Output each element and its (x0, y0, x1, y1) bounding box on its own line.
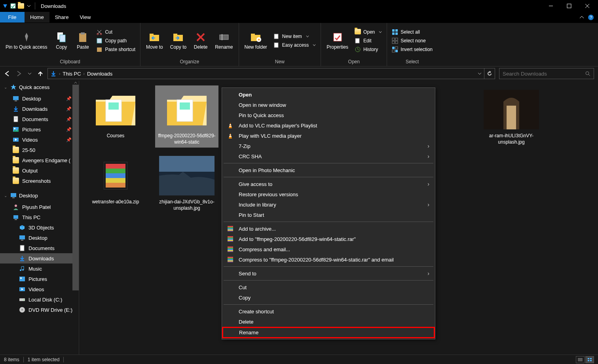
properties-icon[interactable] (9, 2, 17, 9)
refresh-button[interactable] (484, 68, 495, 79)
ribbon-collapse-icon[interactable] (579, 15, 585, 20)
sidebar-item[interactable]: Desktop (0, 233, 79, 243)
context-menu-item[interactable]: Send to› (223, 268, 434, 279)
rename-button[interactable]: Rename (213, 29, 235, 51)
context-menu-item[interactable]: Delete (223, 317, 434, 327)
context-menu-item[interactable]: Pin to Start (223, 210, 434, 220)
file-item[interactable]: Courses (84, 85, 147, 148)
paste-shortcut-button[interactable]: Paste shortcut (95, 46, 137, 53)
sidebar-item[interactable]: Local Disk (C:) (0, 294, 79, 305)
context-menu-item[interactable]: Create shortcut (223, 306, 434, 317)
sidebar-item[interactable]: DVD RW Drive (E:) (0, 305, 79, 315)
context-menu-item[interactable]: Open in new window (223, 100, 434, 110)
copy-button[interactable]: Copy (52, 29, 71, 51)
sidebar-item[interactable]: Videos📌 (0, 135, 79, 145)
sidebar-item[interactable]: 3D Objects (0, 222, 79, 233)
sidebar-item[interactable]: This PC (0, 212, 79, 222)
new-folder-button[interactable]: ✦New folder (242, 29, 270, 51)
context-menu-item[interactable]: Cut (223, 282, 434, 292)
desktop-header[interactable]: ⌄ Desktop (0, 189, 79, 202)
back-button[interactable] (4, 70, 10, 77)
file-item[interactable]: zhijian-dai-JXdVGb_8v1o-unsplash.jpg (155, 152, 218, 214)
context-menu-item[interactable]: Include in library› (223, 199, 434, 210)
recent-dropdown[interactable] (28, 72, 32, 76)
sidebar-item[interactable]: Downloads (0, 253, 79, 264)
context-menu-item[interactable]: Compress to "ffmpeg-20200220-56df829-win… (223, 254, 434, 265)
select-all-button[interactable]: Select all (390, 28, 434, 36)
context-menu-item[interactable]: Open (223, 89, 434, 100)
copy-to-button[interactable]: Copy to (168, 29, 189, 51)
invert-selection-button[interactable]: Invert selection (390, 46, 434, 53)
context-menu-item[interactable]: Rename (222, 327, 435, 338)
close-button[interactable] (578, 0, 596, 12)
file-tab[interactable]: File (0, 12, 25, 23)
view-tab[interactable]: View (74, 12, 96, 23)
edit-button[interactable]: Edit (353, 37, 383, 45)
minimize-button[interactable] (542, 0, 560, 12)
breadcrumb-pc[interactable]: This PC (63, 71, 81, 77)
details-view-button[interactable] (576, 356, 585, 363)
paste-button[interactable]: Paste (73, 29, 92, 51)
sidebar-item[interactable]: Screenshots (0, 176, 79, 186)
properties-button[interactable]: Properties (324, 29, 351, 51)
search-input[interactable] (503, 71, 585, 77)
sidebar-item[interactable]: Piyush Patel (0, 202, 79, 212)
sidebar-item[interactable]: Pictures (0, 274, 79, 284)
context-menu-item[interactable]: Give access to› (223, 179, 434, 189)
breadcrumb-loc[interactable]: Downloads (87, 71, 112, 77)
context-menu-item[interactable]: Compress and email... (223, 244, 434, 254)
file-item[interactable]: wetransfer-a0e10a.zip (84, 152, 147, 214)
cut-button[interactable]: Cut (95, 28, 137, 36)
file-thumbnail (88, 88, 143, 131)
context-menu-item[interactable]: Play with VLC media player (223, 131, 434, 141)
context-menu-label: Add to "ffmpeg-20200220-56df829-win64-st… (239, 236, 356, 242)
sidebar-item[interactable]: Music (0, 264, 79, 274)
copy-path-button[interactable]: Copy path (95, 37, 137, 45)
delete-button[interactable]: Delete (191, 29, 210, 51)
sidebar-item[interactable]: Downloads📌 (0, 104, 79, 114)
maximize-button[interactable] (560, 0, 578, 12)
open-button[interactable]: Open (353, 28, 383, 36)
home-tab[interactable]: Home (25, 12, 49, 23)
breadcrumb[interactable]: › This PC › Downloads (47, 68, 484, 79)
sidebar-item[interactable]: Avengers Endgame ( (0, 155, 79, 165)
context-menu-item[interactable]: Open in Photo Mechanic (223, 165, 434, 175)
svg-rect-33 (395, 32, 398, 35)
sidebar-item[interactable]: Documents📌 (0, 114, 79, 124)
context-menu-item[interactable]: 7-Zip› (223, 141, 434, 151)
sidebar-item[interactable]: Desktop📌 (0, 93, 79, 104)
share-tab[interactable]: Share (49, 12, 74, 23)
sidebar-item[interactable]: Output (0, 165, 79, 176)
context-menu-item[interactable]: Restore previous versions (223, 189, 434, 199)
thumbnails-view-button[interactable] (585, 356, 594, 363)
context-menu-item[interactable]: CRC SHA› (223, 151, 434, 161)
context-menu-item[interactable]: Copy (223, 292, 434, 303)
search-box[interactable] (499, 68, 594, 79)
help-icon[interactable]: ? (588, 14, 594, 21)
file-item[interactable]: ffmpeg-20200220-56df829-win64-static (155, 85, 218, 148)
context-menu-item[interactable]: Add to "ffmpeg-20200220-56df829-win64-st… (223, 234, 434, 244)
quick-access-header[interactable]: ⌄ Quick access (0, 81, 79, 93)
folder-icon[interactable] (17, 2, 25, 9)
down-arrow-icon[interactable] (2, 2, 9, 9)
history-button[interactable]: History (353, 46, 383, 53)
sidebar-item[interactable]: 25-50 (0, 145, 79, 155)
move-to-button[interactable]: Move to (144, 29, 165, 51)
pin-quick-access-button[interactable]: Pin to Quick access (3, 29, 49, 51)
easy-access-button[interactable]: Easy access (272, 41, 317, 49)
context-menu-item[interactable]: Add to VLC media player's Playlist (223, 120, 434, 131)
forward-button[interactable] (16, 70, 22, 77)
context-menu-item[interactable]: Add to archive... (223, 224, 434, 234)
address-dropdown-icon[interactable] (478, 72, 482, 76)
sidebar-item[interactable]: Videos (0, 284, 79, 294)
new-item-button[interactable]: New item (272, 32, 317, 40)
up-button[interactable] (37, 70, 44, 77)
qat-dropdown-icon[interactable] (25, 2, 32, 9)
sidebar-scrollbar[interactable] (72, 81, 79, 355)
file-item[interactable]: ar-ram-ihULI3tGnVY-unsplash.jpg (480, 85, 543, 148)
sidebar-item[interactable]: Pictures📌 (0, 124, 79, 135)
select-none-button[interactable]: Select none (390, 37, 434, 45)
context-menu-label: Create shortcut (239, 309, 274, 315)
sidebar-item[interactable]: Documents (0, 243, 79, 253)
context-menu-item[interactable]: Pin to Quick access (223, 110, 434, 120)
